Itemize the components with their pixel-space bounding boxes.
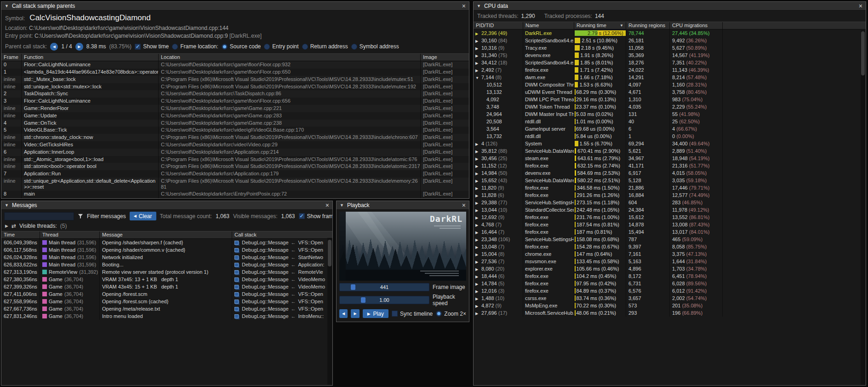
cpu-process-row[interactable]: 20,508 ntdll.dll 1.01 ms (0.00%) 40 25 (… (474, 118, 866, 125)
visible-threads-row[interactable]: ▶ ⇄ Visible threads: (5) (1, 222, 332, 231)
cpu-scrollbar[interactable] (861, 30, 865, 385)
frame-image-slider[interactable]: 441 (339, 283, 429, 291)
message-row[interactable]: 627,667,736ns Game (36,704) Opening /met… (1, 305, 332, 312)
cpu-process-row[interactable]: ▶11,152 (12) firefox.exe 632.15 ms (2.74… (474, 162, 866, 169)
expand-icon[interactable]: ▶ (475, 207, 481, 214)
scrollbar-thumb[interactable] (861, 31, 865, 75)
expand-icon[interactable]: ▶ (475, 148, 481, 155)
callstack-row[interactable]: 4 Game::OnTick C:\Users\wolf\Desktop\dar… (1, 120, 469, 127)
cpu-process-row[interactable]: ▶1,488 (10) csrss.exe 83.74 ms (0.36%) 3… (474, 295, 866, 302)
expand-icon[interactable]: ▶ (5, 224, 8, 228)
message-row[interactable]: 627,313,190ns RemoteView (31,392) Remote… (1, 268, 332, 276)
expand-icon[interactable]: ▶ (475, 266, 481, 272)
close-icon[interactable]: × (859, 2, 862, 11)
expand-icon[interactable]: ▼ (475, 75, 481, 81)
message-row[interactable]: 606,049,398ns Main thread (31,596) Openi… (1, 239, 332, 246)
callstack-row[interactable]: inline Game::Update C:\Users\wolf\Deskto… (1, 112, 469, 120)
column-header-cpu-migrations[interactable]: CPU migrations (670, 22, 723, 29)
close-icon[interactable]: × (326, 201, 329, 210)
expand-icon[interactable]: ▶ (475, 185, 481, 191)
radio-entry-point[interactable]: Entry point (264, 43, 298, 50)
expand-icon[interactable]: ▶ (475, 67, 481, 74)
cpu-process-row[interactable]: ▶27,696 (17) Microsoft.ServiceHub.Co 48.… (474, 309, 866, 317)
cpu-process-row[interactable]: 4,092 DWM LPC Port Thread 29.16 ms (0.13… (474, 96, 866, 103)
cell-callstack[interactable]: DebugLog::Message ← VideoMemo (232, 283, 332, 290)
expand-icon[interactable]: ▶ (475, 45, 481, 52)
cpu-process-row[interactable]: ▶12,692 (9) firefox.exe 231.76 ms (1.00%… (474, 214, 866, 221)
cpu-process-row[interactable]: ▶2,492 (7) firefox.exe 1.71 s (7.42%) 24… (474, 66, 866, 74)
cpu-process-row[interactable]: ▶12,016 (3) firefox.exe 84.89 ms (0.37%)… (474, 287, 866, 295)
collapse-icon[interactable]: ▼ (340, 201, 344, 210)
collapse-icon[interactable]: ▼ (5, 201, 9, 210)
cpu-process-row[interactable]: ▶11,828 (6) firefox.exe 291.26 ms (1.26%… (474, 191, 866, 199)
callstack-row[interactable]: 6 Application::InnerLoop C:\Users\wolf\D… (1, 149, 469, 156)
collapse-icon[interactable]: ▼ (5, 2, 9, 11)
expand-icon[interactable]: ▶ (475, 281, 481, 287)
cpu-process-row[interactable]: ▶27,536 (7) msvsmon.exe 133.45 ms (0.58%… (474, 258, 866, 265)
cpu-process-row[interactable]: ▶15,652 (43) ServiceHub.DataWarehou 580.… (474, 177, 866, 184)
clear-button[interactable]: ◀ Clear (130, 212, 156, 220)
expand-icon[interactable]: ▶ (475, 156, 481, 162)
message-row[interactable]: 627,399,326ns Game (36,704) VRAM 43x45: … (1, 283, 332, 290)
cpu-process-row[interactable]: ▶30,160 (84) ScriptedSandbox64.exe 2.51 … (474, 37, 866, 44)
expand-icon[interactable]: ▶ (475, 222, 481, 228)
cell-callstack[interactable]: DebugLog::Message ← VideoMemo (232, 276, 332, 283)
column-header-running-time[interactable]: Running time ▼ (574, 22, 626, 29)
expand-icon[interactable]: ▶ (475, 192, 481, 199)
cpu-process-row[interactable]: ▶13,048 (7) firefox.exe 154.28 ms (0.67%… (474, 243, 866, 250)
column-header-name[interactable]: Name (523, 22, 574, 29)
callstack-row[interactable]: inline std::_Mutex_base::lock C:\Program… (1, 76, 469, 83)
prev-parent-button[interactable]: ◀ (50, 43, 58, 51)
expand-icon[interactable]: ▶ (475, 200, 481, 206)
callstack-row[interactable]: 1 <lambda_84a19dc444fae966ca174e83e708bd… (1, 69, 469, 76)
message-row[interactable]: 606,117,568ns Main thread (31,596) Openi… (1, 246, 332, 254)
callstack-row[interactable]: inline std::unique_lock<std::mutex>::loc… (1, 83, 469, 91)
cpu-process-row[interactable]: 10,512 DWM Compositor Thread 1.53 s (6.6… (474, 81, 866, 88)
show-time-checkbox[interactable]: ✓ Show time (135, 43, 169, 50)
zoom-toggle[interactable]: Zoom 2× (436, 311, 466, 317)
cpu-process-row[interactable]: ▶18,444 (6) firefox.exe 104.2 ms (0.45%)… (474, 272, 866, 280)
shuffle-icon[interactable]: ⇄ (11, 223, 16, 229)
cpu-process-row[interactable]: ▶16,464 (7) firefox.exe 187 ms (0.81%) 1… (474, 228, 866, 236)
close-icon[interactable]: × (462, 201, 466, 210)
expand-icon[interactable]: ▶ (475, 60, 481, 66)
cell-callstack[interactable]: DebugLog::Message ← Application: (232, 261, 332, 268)
cpu-process-row[interactable]: ▶4,768 (7) firefox.exe 187.54 ms (0.81%)… (474, 221, 866, 228)
cell-callstack[interactable]: DebugLog::Message ← VFS::Open (232, 290, 332, 298)
scrollbar-thumb[interactable] (328, 240, 331, 266)
collapse-icon[interactable]: ▼ (477, 2, 481, 11)
expand-icon[interactable]: ▶ (475, 163, 481, 169)
messages-scrollbar[interactable] (327, 238, 332, 385)
cpu-process-row[interactable]: ▶15,004 (8) chrome.exe 147 ms (0.64%) 7,… (474, 250, 866, 258)
expand-icon[interactable]: ▶ (475, 38, 481, 44)
callstack-row[interactable]: inline std::chrono::steady_clock::now C:… (1, 134, 469, 141)
expand-icon[interactable]: ▶ (475, 237, 481, 243)
callstack-row[interactable]: 5 VideoGLBase::Tick C:\Users\wolf\Deskto… (1, 127, 469, 134)
column-header-pid[interactable]: PID/TID (474, 22, 523, 29)
step-back-button[interactable]: ◀ (339, 309, 348, 318)
callstack-row[interactable]: inline std::unique_ptr<Application,std::… (1, 178, 469, 191)
cpu-process-row[interactable]: ▶4 (126) System 1.55 s (6.70%) 69,294 34… (474, 140, 866, 147)
next-parent-button[interactable]: ▶ (75, 43, 83, 51)
callstack-row[interactable]: 2 TaskDispatch::Sync C:\Users\wolf\Deskt… (1, 90, 469, 98)
cpu-process-row[interactable]: ▶11,820 (9) firefox.exe 346.58 ms (1.50%… (474, 184, 866, 191)
radio-symbol-address[interactable]: Symbol address (351, 43, 399, 50)
cpu-process-row[interactable]: ▶4,872 (9) MsMpEng.exe 70.22 ms (0.30%) … (474, 302, 866, 309)
callstack-row[interactable]: inline std::_Atomic_storage<bool,1>::loa… (1, 156, 469, 163)
cpu-process-row[interactable]: ▶13,044 (10) StandardCollector.Servic 24… (474, 206, 866, 214)
step-forward-button[interactable]: ▶ (351, 309, 359, 318)
expand-icon[interactable]: ▶ (475, 310, 481, 317)
column-header-running-regions[interactable]: Running regions (626, 22, 670, 29)
callstack-row[interactable]: inline invoke_main d:\agent\_work\63\s\s… (1, 198, 469, 198)
message-row[interactable]: 626,024,328ns Main thread (31,596) Netwo… (1, 254, 332, 261)
cpu-process-row[interactable]: ▶14,984 (50) devenv.exe 584.69 ms (2.53%… (474, 169, 866, 177)
cpu-process-row[interactable]: ▶14,784 (5) firefox.exe 97.95 ms (0.42%)… (474, 280, 866, 287)
callstack-row[interactable]: inline Game::RenderFloor C:\Users\wolf\D… (1, 105, 469, 112)
message-row[interactable]: 627,380,356ns Game (36,704) VRAM 37x45: … (1, 276, 332, 283)
cpu-process-row[interactable]: ▶30,456 (25) steam.exe 643.61 ms (2.79%)… (474, 155, 866, 162)
cpu-process-row[interactable]: ▶22,396 (49) DarkRL.exe 2.79 s (12.06%) … (474, 29, 866, 37)
frame-location-group[interactable]: Frame location: (172, 43, 218, 50)
expand-icon[interactable]: ▶ (475, 30, 481, 37)
expand-icon[interactable]: ▶ (475, 229, 481, 236)
expand-icon[interactable]: ▶ (475, 303, 481, 309)
